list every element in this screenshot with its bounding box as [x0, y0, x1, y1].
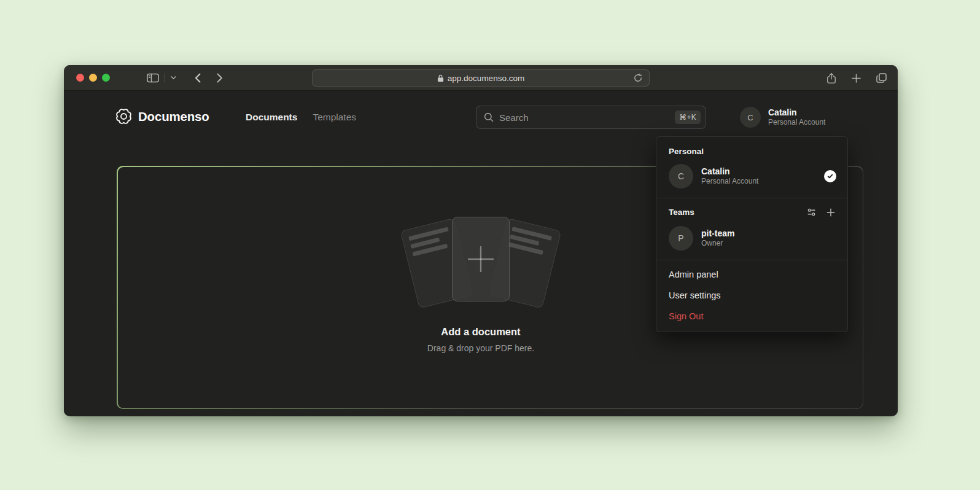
add-team-icon[interactable] — [825, 207, 836, 218]
avatar: C — [740, 107, 761, 128]
browser-titlebar: app.documenso.com — [64, 65, 898, 91]
reload-icon[interactable] — [632, 72, 644, 84]
back-icon[interactable] — [193, 72, 202, 84]
divider — [165, 73, 165, 83]
team-item[interactable]: P pit-team Owner — [656, 222, 847, 256]
search-icon — [484, 112, 494, 122]
search-shortcut-badge: ⌘+K — [675, 111, 701, 124]
teams-section-header: Teams — [656, 202, 847, 222]
new-tab-icon[interactable] — [850, 72, 862, 84]
manage-teams-icon[interactable] — [806, 206, 817, 218]
dropzone-title: Add a document — [352, 326, 610, 338]
search-box[interactable]: ⌘+K — [476, 106, 706, 129]
close-window-button[interactable] — [76, 74, 84, 82]
app-content: Documenso Documents Templates ⌘+K C Cata… — [64, 91, 898, 416]
account-subtitle: Personal Account — [768, 118, 898, 127]
menu-item-sign-out[interactable]: Sign Out — [656, 306, 847, 327]
tab-overview-icon[interactable] — [875, 72, 888, 84]
sidebar-toggle-icon[interactable] — [146, 72, 160, 84]
main-nav: Documents Templates — [246, 91, 356, 144]
zoom-window-button[interactable] — [102, 74, 110, 82]
documenso-logo-icon — [115, 108, 132, 125]
plus-icon — [467, 245, 495, 273]
nav-documents[interactable]: Documents — [246, 112, 297, 123]
minimize-window-button[interactable] — [89, 74, 97, 82]
nav-templates[interactable]: Templates — [313, 112, 356, 123]
lock-icon — [437, 74, 444, 82]
browser-window: app.documenso.com — [64, 65, 898, 416]
address-text: app.documenso.com — [448, 74, 524, 83]
menu-item-admin-panel[interactable]: Admin panel — [656, 264, 847, 285]
account-name: Catalin — [768, 107, 898, 118]
team-role: Owner — [701, 239, 836, 248]
brand-name: Documenso — [138, 109, 209, 124]
menu-item-user-settings[interactable]: User settings — [656, 285, 847, 306]
dropzone-subtitle: Drag & drop your PDF here. — [352, 343, 610, 353]
divider — [656, 260, 847, 260]
avatar: C — [669, 164, 693, 189]
forward-icon[interactable] — [216, 72, 224, 84]
personal-section-label: Personal — [656, 142, 847, 160]
document-stack-illustration — [407, 217, 554, 310]
dropzone-empty-state: Add a document Drag & drop your PDF here… — [352, 217, 610, 353]
account-name: Catalin — [701, 166, 824, 177]
divider — [656, 198, 847, 198]
selected-check-icon — [824, 170, 836, 182]
address-bar[interactable]: app.documenso.com — [312, 69, 650, 87]
sidebar-menu-chevron-down-icon[interactable] — [169, 75, 177, 81]
share-icon[interactable] — [825, 71, 838, 85]
team-name: pit-team — [701, 228, 836, 239]
account-subtitle: Personal Account — [701, 177, 824, 186]
search-input[interactable] — [499, 112, 675, 123]
account-switcher[interactable]: C Catalin Personal Account — [740, 104, 898, 130]
account-menu: Personal C Catalin Personal Account Team… — [656, 136, 848, 332]
traffic-lights — [64, 74, 110, 82]
personal-account-item[interactable]: C Catalin Personal Account — [656, 160, 847, 194]
document-card-center — [452, 217, 510, 301]
avatar: P — [669, 226, 693, 251]
teams-section-label: Teams — [669, 208, 806, 217]
brand-logo-link[interactable]: Documenso — [115, 108, 209, 125]
